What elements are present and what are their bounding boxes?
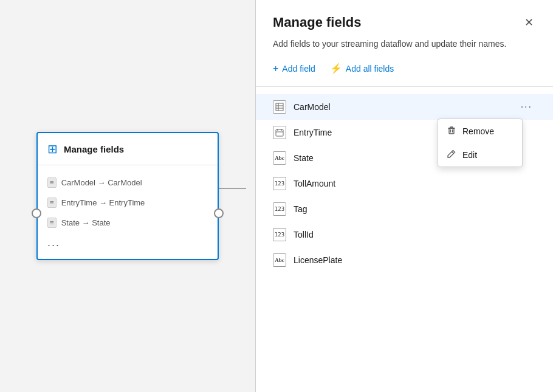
- panel-actions: + Add field ⚡ Add all fields: [256, 60, 553, 86]
- svg-rect-9: [276, 129, 283, 136]
- state-type-icon: ≡: [47, 218, 57, 228]
- svg-line-8: [452, 152, 454, 154]
- canvas-area: ⊞ Manage fields ≡ CarModel → CarModel ≡ …: [0, 0, 255, 392]
- node-card-title: Manage fields: [64, 144, 124, 154]
- panel-description: Add fields to your streaming dataflow an…: [256, 38, 553, 60]
- node-field-state: ≡ State → State: [47, 213, 208, 233]
- add-all-fields-button[interactable]: ⚡ Add all fields: [330, 60, 394, 77]
- tollamount-name: TollAmount: [294, 179, 536, 188]
- close-button[interactable]: ✕: [522, 15, 536, 30]
- add-icon: +: [273, 63, 278, 74]
- node-card-icon: ⊞: [47, 142, 58, 156]
- svg-rect-4: [449, 128, 454, 134]
- remove-label: Remove: [462, 126, 494, 136]
- tollid-name: TollId: [294, 230, 536, 239]
- node-card: ⊞ Manage fields ≡ CarModel → CarModel ≡ …: [36, 132, 219, 260]
- tollamount-type-icon: 123: [273, 177, 286, 190]
- field-item-carmodel[interactable]: CarModel ··· Remove: [256, 94, 553, 120]
- add-field-label: Add field: [282, 64, 315, 74]
- node-field-carmodel: ≡ CarModel → CarModel: [47, 173, 208, 193]
- entrytime-type-icon: ≡: [47, 198, 57, 208]
- carmodel-type-icon: [273, 100, 286, 114]
- carmodel-name: CarModel: [294, 102, 510, 112]
- divider: [256, 86, 553, 87]
- edit-icon: [447, 149, 456, 160]
- carmodel-type-icon: ≡: [47, 177, 57, 188]
- connector-right: [214, 208, 224, 218]
- carmodel-field-label: CarModel → CarModel: [61, 178, 142, 187]
- add-all-fields-label: Add all fields: [346, 64, 394, 74]
- context-menu: Remove Edit: [438, 119, 523, 167]
- state-type-icon: Abc: [273, 151, 286, 165]
- manage-fields-panel: Manage fields ✕ Add fields to your strea…: [255, 0, 553, 392]
- licenseplate-type-icon: Abc: [273, 253, 286, 267]
- field-item-tag[interactable]: 123 Tag: [256, 196, 553, 222]
- node-field-entrytime: ≡ EntryTime → EntryTime: [47, 193, 208, 213]
- fields-list: CarModel ··· Remove: [256, 92, 553, 392]
- entrytime-type-icon: [273, 126, 286, 139]
- field-item-tollamount[interactable]: 123 TollAmount: [256, 171, 553, 196]
- licenseplate-name: LicensePlate: [294, 255, 536, 265]
- field-item-licenseplate[interactable]: Abc LicensePlate: [256, 247, 553, 273]
- field-item-tollid[interactable]: 123 TollId: [256, 222, 553, 247]
- context-menu-edit[interactable]: Edit: [438, 143, 522, 167]
- tag-name: Tag: [294, 204, 536, 214]
- node-body: ≡ CarModel → CarModel ≡ EntryTime → Entr…: [38, 165, 218, 259]
- carmodel-more-button[interactable]: ···: [517, 100, 536, 114]
- add-field-button[interactable]: + Add field: [273, 61, 315, 77]
- edit-label: Edit: [462, 150, 477, 160]
- lightning-icon: ⚡: [330, 63, 342, 74]
- panel-header: Manage fields ✕: [256, 0, 553, 38]
- context-menu-remove[interactable]: Remove: [438, 119, 522, 143]
- node-more-indicator: ...: [47, 233, 208, 252]
- node-header: ⊞ Manage fields: [38, 133, 218, 165]
- state-field-label: State → State: [61, 218, 111, 227]
- entrytime-field-label: EntryTime → EntryTime: [61, 198, 145, 207]
- trash-icon: [447, 125, 456, 137]
- tag-type-icon: 123: [273, 202, 286, 216]
- panel-title: Manage fields: [273, 15, 361, 30]
- svg-rect-0: [276, 103, 283, 111]
- tollid-type-icon: 123: [273, 228, 286, 241]
